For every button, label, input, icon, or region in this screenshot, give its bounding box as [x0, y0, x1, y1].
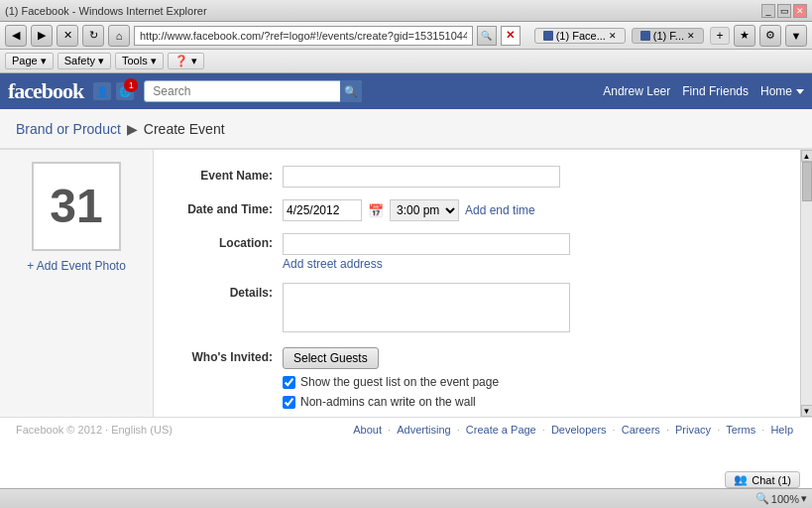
create-page-link[interactable]: Create a Page	[466, 424, 536, 436]
chat-button[interactable]: 👥 Chat (1)	[725, 471, 800, 488]
facebook-logo: facebook	[8, 78, 83, 104]
details-row: Details:	[174, 283, 780, 335]
location-field: Add street address	[283, 233, 780, 271]
tab-1[interactable]: (1) Face... ✕	[534, 28, 626, 44]
terms-link[interactable]: Terms	[726, 424, 755, 436]
help-menu[interactable]: ❓ ▾	[168, 53, 204, 69]
notification-badge: 1	[124, 78, 138, 92]
close-btn[interactable]: ✕	[793, 4, 807, 18]
add-end-time-link[interactable]: Add end time	[465, 203, 535, 217]
minimize-btn[interactable]: _	[761, 4, 775, 18]
zoom-control[interactable]: 🔍 100% ▾	[755, 492, 807, 505]
location-input[interactable]	[283, 233, 570, 255]
developers-link[interactable]: Developers	[551, 424, 607, 436]
search-button[interactable]: 🔍	[340, 80, 362, 102]
tab-1-label: (1) Face...	[556, 30, 606, 42]
show-guest-list-label: Show the guest list on the event page	[300, 375, 499, 389]
go-button[interactable]: 🔍	[477, 26, 497, 46]
non-admins-label: Non-admins can write on the wall	[300, 395, 476, 409]
nav-right: Andrew Leer Find Friends Home	[603, 84, 804, 98]
date-time-field: 📅 3:00 pm Add end time	[283, 199, 780, 221]
date-input[interactable]	[283, 199, 362, 221]
breadcrumb-parent[interactable]: Brand or Product	[16, 121, 121, 137]
date-time-label: Date and Time:	[174, 199, 283, 216]
breadcrumb-arrow: ▶	[127, 121, 138, 137]
window-title: (1) Facebook - Windows Internet Explorer	[5, 5, 207, 17]
home-dropdown[interactable]: Home	[760, 84, 804, 98]
create-event-form: Event Name: Date and Time: 📅 3:00 pm Add…	[154, 150, 800, 417]
nav-icons: 👤 🌐 1	[93, 82, 134, 100]
stop-button[interactable]: ✕	[57, 25, 78, 47]
status-bar: 🔍 100% ▾	[0, 488, 812, 508]
tab-favicon-2	[640, 31, 650, 41]
non-admins-row: Non-admins can write on the wall	[283, 395, 780, 409]
home-nav-button[interactable]: ⌂	[108, 25, 130, 47]
safety-menu[interactable]: Safety ▾	[58, 53, 111, 69]
search-input[interactable]	[144, 80, 362, 102]
tab-2-close[interactable]: ✕	[687, 31, 695, 41]
advertising-link[interactable]: Advertising	[397, 424, 450, 436]
careers-link[interactable]: Careers	[622, 424, 660, 436]
back-button[interactable]: ◀	[5, 25, 27, 47]
footer-copyright: Facebook © 2012 · English (US)	[16, 424, 173, 436]
help-link[interactable]: Help	[770, 424, 793, 436]
scroll-down-arrow[interactable]: ▼	[801, 405, 813, 417]
location-label: Location:	[174, 233, 283, 250]
facebook-footer: Facebook © 2012 · English (US) About · A…	[0, 417, 812, 442]
scrollbar[interactable]: ▲ ▼	[800, 150, 812, 417]
calendar-icon: 31	[32, 162, 121, 251]
friends-icon[interactable]: 👤	[93, 82, 111, 100]
user-name: Andrew Leer	[603, 84, 670, 98]
calendar-picker-button[interactable]: 📅	[368, 203, 384, 218]
browser-toolbar: ◀ ▶ ✕ ↻ ⌂ 🔍 ✕ (1) Face... ✕ (1) F... ✕ +…	[0, 22, 812, 50]
whos-invited-field: Select Guests Show the guest list on the…	[283, 347, 780, 409]
event-photo-sidebar: 31 + Add Event Photo	[0, 150, 154, 417]
restore-btn[interactable]: ▭	[777, 4, 791, 18]
whos-invited-row: Who's Invited: Select Guests Show the gu…	[174, 347, 780, 409]
settings-button[interactable]: ▼	[785, 25, 807, 47]
find-friends-link[interactable]: Find Friends	[682, 84, 749, 98]
details-textarea[interactable]	[283, 283, 570, 332]
select-guests-button[interactable]: Select Guests	[283, 347, 379, 369]
tab-1-close[interactable]: ✕	[609, 31, 617, 41]
show-guest-list-row: Show the guest list on the event page	[283, 375, 780, 389]
details-label: Details:	[174, 283, 283, 300]
time-select[interactable]: 3:00 pm	[390, 199, 459, 221]
whos-invited-label: Who's Invited:	[174, 347, 283, 364]
zoom-value: 100%	[771, 493, 799, 505]
tools-button[interactable]: ⚙	[759, 25, 781, 47]
chat-bar: 👥 Chat (1)	[725, 471, 800, 488]
tools-menu[interactable]: Tools ▾	[115, 53, 164, 69]
event-name-label: Event Name:	[174, 166, 283, 183]
page-menu[interactable]: Page ▾	[5, 53, 54, 69]
tab-2[interactable]: (1) F... ✕	[632, 28, 704, 44]
zoom-dropdown-icon[interactable]: ▾	[801, 492, 807, 505]
show-guest-list-checkbox[interactable]	[283, 376, 295, 389]
add-street-link[interactable]: Add street address	[283, 257, 780, 271]
title-bar: (1) Facebook - Windows Internet Explorer…	[0, 0, 812, 22]
location-row: Location: Add street address	[174, 233, 780, 271]
forward-button[interactable]: ▶	[31, 25, 53, 47]
stop-load-button[interactable]: ✕	[501, 26, 521, 46]
event-name-input[interactable]	[283, 166, 560, 188]
scroll-up-arrow[interactable]: ▲	[801, 150, 813, 162]
refresh-button[interactable]: ↻	[82, 25, 104, 47]
add-event-photo-link[interactable]: + Add Event Photo	[27, 259, 126, 273]
chat-icon: 👥	[734, 473, 748, 486]
scroll-thumb[interactable]	[802, 162, 812, 201]
non-admins-checkbox[interactable]	[283, 396, 295, 409]
about-link[interactable]: About	[353, 424, 382, 436]
ie-second-toolbar: Page ▾ Safety ▾ Tools ▾ ❓ ▾	[0, 50, 812, 73]
privacy-link[interactable]: Privacy	[675, 424, 711, 436]
home-link[interactable]: Home	[760, 84, 792, 98]
tab-favicon-1	[543, 31, 553, 41]
window-controls: _ ▭ ✕	[761, 4, 807, 18]
favorites-button[interactable]: ★	[734, 25, 755, 47]
chat-label: Chat (1)	[752, 474, 791, 486]
new-tab-button[interactable]: +	[710, 27, 730, 45]
notifications-icon[interactable]: 🌐 1	[116, 82, 134, 100]
address-bar[interactable]	[134, 26, 473, 46]
date-time-row: Date and Time: 📅 3:00 pm Add end time	[174, 199, 780, 221]
breadcrumb-bar: Brand or Product ▶ Create Event	[0, 109, 812, 149]
tab-2-label: (1) F...	[653, 30, 684, 42]
